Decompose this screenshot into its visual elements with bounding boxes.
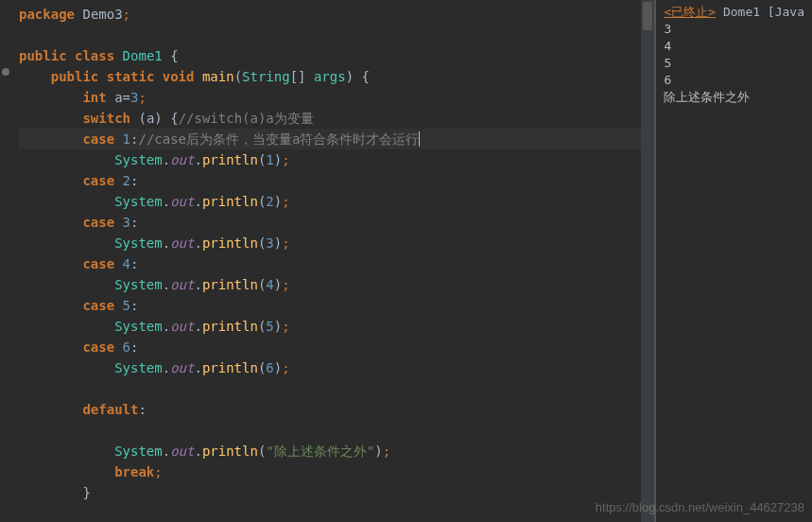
- code-line: System.out.println(6);: [19, 357, 654, 378]
- console-output-panel[interactable]: <已终止> Dome1 [Java 3 4 5 6 除上述条件之外: [656, 0, 812, 522]
- code-line: package Demo3;: [19, 4, 654, 25]
- console-output-line: 3: [664, 21, 804, 38]
- code-line: public class Dome1 {: [19, 45, 654, 66]
- code-line: case 2:: [19, 170, 654, 191]
- code-line: switch (a) {//switch(a)a为变量: [19, 108, 654, 129]
- code-line: default:: [19, 399, 654, 420]
- console-output-line: 4: [664, 38, 804, 55]
- code-line: System.out.println("除上述条件之外");: [19, 441, 654, 461]
- scrollbar-thumb[interactable]: [643, 2, 652, 30]
- breakpoint-gutter-dot[interactable]: [2, 68, 9, 76]
- code-area[interactable]: package Demo3; public class Dome1 { publ…: [0, 0, 654, 507]
- console-output-line: 除上述条件之外: [664, 89, 804, 106]
- code-line: int a=3;: [19, 87, 654, 108]
- watermark-text: https://blog.csdn.net/weixin_44627238: [596, 500, 804, 514]
- code-line: break;: [19, 461, 654, 482]
- code-line: }: [19, 482, 654, 503]
- code-line: System.out.println(3);: [19, 233, 654, 253]
- code-line: [19, 420, 654, 441]
- code-line-highlighted: case 1://case后为条件，当变量a符合条件时才会运行: [19, 129, 654, 149]
- code-line: System.out.println(4);: [19, 274, 654, 295]
- code-line: [19, 25, 654, 45]
- code-line: public static void main(String[] args) {: [19, 66, 654, 87]
- vertical-scrollbar[interactable]: [641, 0, 654, 522]
- code-line: System.out.println(2);: [19, 191, 654, 212]
- code-line: [19, 378, 654, 399]
- code-line: case 4:: [19, 253, 654, 274]
- code-line: System.out.println(5);: [19, 316, 654, 337]
- code-line: System.out.println(1);: [19, 149, 654, 170]
- console-output-line: 5: [664, 55, 804, 72]
- code-line: case 3:: [19, 212, 654, 233]
- code-line: case 6:: [19, 337, 654, 357]
- code-line: case 5:: [19, 295, 654, 316]
- console-output-line: 6: [664, 72, 804, 89]
- console-header: <已终止> Dome1 [Java: [664, 4, 804, 21]
- code-editor-panel[interactable]: package Demo3; public class Dome1 { publ…: [0, 0, 654, 522]
